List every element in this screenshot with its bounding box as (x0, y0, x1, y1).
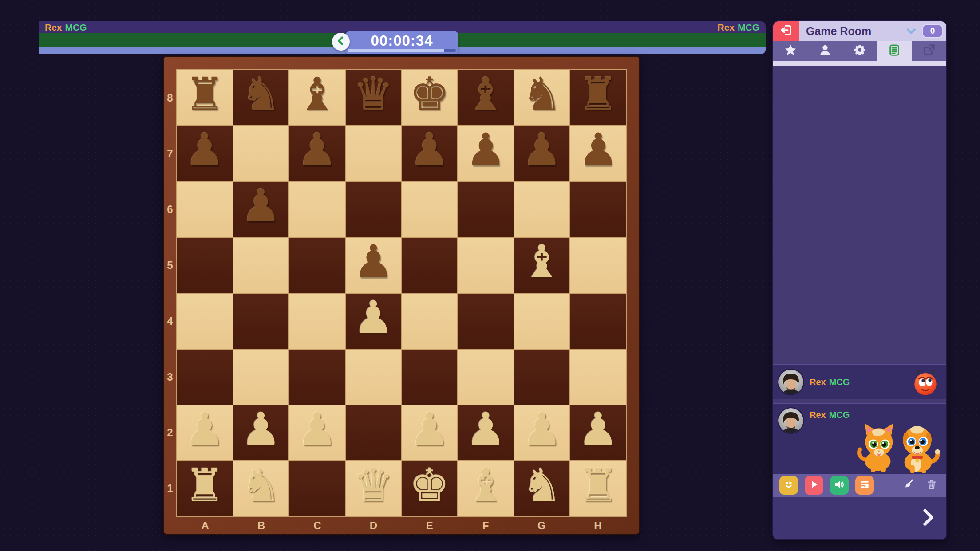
square-d4[interactable]: ♟ (346, 294, 401, 349)
chevron-right-icon[interactable] (921, 508, 936, 528)
square-b8[interactable]: ♞ (233, 70, 289, 125)
square-g2[interactable]: ♟ (514, 405, 570, 460)
avatar[interactable] (778, 370, 803, 394)
square-a7[interactable]: ♟ (177, 126, 233, 181)
piece-light-bishop[interactable]: ♝ (466, 463, 506, 508)
square-a6[interactable] (177, 182, 233, 237)
square-g5[interactable]: ♝ (514, 238, 570, 293)
square-c6[interactable] (289, 182, 345, 237)
square-g7[interactable]: ♟ (514, 126, 570, 181)
square-e3[interactable] (402, 350, 458, 405)
square-e8[interactable]: ♚ (402, 70, 458, 125)
piece-light-king[interactable]: ♚ (409, 463, 450, 508)
piece-dark-bishop[interactable]: ♝ (466, 71, 506, 117)
square-f6[interactable] (458, 182, 514, 237)
piece-dark-king[interactable]: ♚ (409, 71, 450, 117)
delete-chat-button[interactable] (926, 479, 937, 492)
square-f3[interactable] (458, 350, 514, 405)
tab-players[interactable] (808, 41, 842, 61)
piece-light-queen[interactable]: ♛ (353, 463, 393, 508)
tab-favorites[interactable] (773, 41, 808, 61)
square-f5[interactable] (458, 238, 514, 293)
square-h8[interactable]: ♜ (570, 70, 626, 125)
square-b2[interactable]: ♟ (233, 405, 289, 460)
square-b4[interactable] (233, 294, 289, 349)
chat-log-area[interactable] (773, 66, 946, 364)
piece-dark-pawn[interactable]: ♟ (241, 183, 281, 228)
piece-light-rook[interactable]: ♜ (578, 463, 618, 508)
square-a4[interactable] (177, 294, 233, 349)
square-h7[interactable]: ♟ (570, 126, 626, 181)
square-f7[interactable]: ♟ (458, 126, 514, 181)
piece-dark-queen[interactable]: ♛ (353, 71, 393, 117)
animations-button[interactable] (805, 476, 823, 495)
square-d3[interactable] (346, 350, 401, 405)
square-e1[interactable]: ♚ (402, 461, 458, 516)
square-c7[interactable]: ♟ (289, 126, 345, 181)
leave-room-button[interactable] (773, 21, 799, 41)
piece-dark-pawn[interactable]: ♟ (185, 127, 225, 173)
square-b3[interactable] (233, 350, 289, 405)
square-f1[interactable]: ♝ (458, 461, 514, 516)
tab-settings[interactable] (842, 41, 877, 61)
piece-light-pawn[interactable]: ♟ (466, 407, 506, 452)
chevron-down-icon[interactable] (905, 25, 917, 37)
square-e2[interactable]: ♟ (402, 405, 458, 460)
square-b1[interactable]: ♞ (233, 461, 289, 516)
square-d2[interactable] (346, 405, 401, 460)
square-e4[interactable] (402, 294, 458, 349)
square-a2[interactable]: ♟ (177, 405, 233, 460)
square-f8[interactable]: ♝ (458, 70, 514, 125)
back-button[interactable] (332, 33, 350, 51)
square-d5[interactable]: ♟ (346, 238, 401, 293)
square-e7[interactable]: ♟ (402, 126, 458, 181)
piece-light-pawn[interactable]: ♟ (522, 407, 562, 452)
square-d8[interactable]: ♛ (346, 70, 401, 125)
square-b5[interactable] (233, 238, 289, 293)
emoticons-button[interactable] (779, 476, 798, 495)
square-g1[interactable]: ♞ (514, 461, 570, 516)
square-c3[interactable] (289, 350, 345, 405)
piece-dark-pawn[interactable]: ♟ (297, 127, 337, 173)
piece-dark-bishop[interactable]: ♝ (297, 71, 337, 117)
square-a8[interactable]: ♜ (177, 70, 233, 125)
square-g4[interactable] (514, 294, 570, 349)
square-c8[interactable]: ♝ (289, 70, 345, 125)
square-d1[interactable]: ♛ (346, 461, 401, 516)
piece-dark-pawn[interactable]: ♟ (466, 127, 506, 173)
square-c1[interactable] (289, 461, 345, 516)
piece-dark-rook[interactable]: ♜ (578, 71, 618, 117)
piece-light-knight[interactable]: ♞ (241, 463, 281, 508)
square-f2[interactable]: ♟ (458, 405, 514, 460)
piece-dark-pawn[interactable]: ♟ (353, 239, 393, 284)
piece-dark-pawn[interactable]: ♟ (409, 127, 450, 173)
piece-light-pawn[interactable]: ♟ (409, 407, 450, 452)
piece-dark-knight[interactable]: ♞ (241, 71, 281, 117)
square-g8[interactable]: ♞ (514, 70, 570, 125)
square-g6[interactable] (514, 182, 570, 237)
square-c2[interactable]: ♟ (289, 405, 345, 460)
piece-dark-pawn[interactable]: ♟ (522, 127, 562, 173)
piece-dark-knight[interactable]: ♞ (522, 71, 562, 117)
tab-pop-out[interactable] (912, 41, 946, 61)
square-g3[interactable] (514, 350, 570, 405)
square-e6[interactable] (402, 182, 458, 237)
piece-light-pawn[interactable]: ♟ (185, 407, 225, 452)
square-f4[interactable] (458, 294, 514, 349)
piece-dark-rook[interactable]: ♜ (185, 71, 225, 117)
chat-input-area[interactable] (773, 497, 946, 539)
sounds-button[interactable] (830, 476, 849, 495)
phrases-button[interactable] (855, 476, 874, 495)
piece-dark-pawn[interactable]: ♟ (578, 127, 618, 173)
square-h5[interactable] (570, 238, 626, 293)
tab-game-log[interactable] (877, 41, 912, 61)
room-title-bar[interactable]: Game Room 0 (799, 21, 946, 41)
square-b7[interactable] (233, 126, 289, 181)
piece-light-pawn[interactable]: ♟ (353, 295, 393, 340)
square-a5[interactable] (177, 238, 233, 293)
square-d7[interactable] (346, 126, 401, 181)
piece-light-bishop[interactable]: ♝ (522, 239, 562, 284)
square-h4[interactable] (570, 294, 626, 349)
square-h6[interactable] (570, 182, 626, 237)
piece-light-knight[interactable]: ♞ (522, 463, 562, 508)
